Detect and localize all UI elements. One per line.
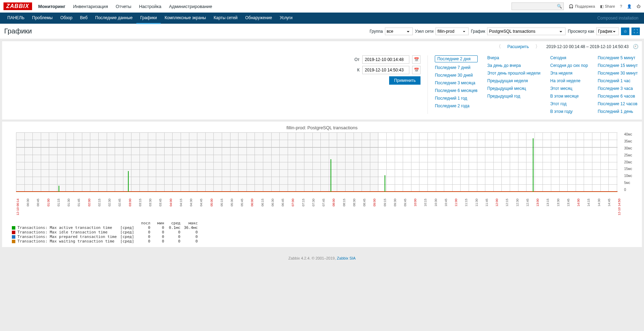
preset-3-6[interactable]: Последние 12 часов	[598, 101, 638, 106]
preset-0-0[interactable]: Последние 2 дня	[435, 55, 477, 62]
next-range-button[interactable]: 〉	[533, 44, 542, 50]
graph-label: График	[471, 29, 485, 34]
topmenu-1[interactable]: Инвентаризация	[73, 4, 108, 9]
from-input[interactable]	[362, 55, 409, 64]
topmenu-4[interactable]: Администрирование	[169, 4, 212, 9]
preset-0-1[interactable]: Последние 7 дней	[435, 65, 477, 70]
from-label: От	[354, 57, 359, 62]
preset-3-7[interactable]: Последний 1 день	[598, 109, 638, 114]
nav-4[interactable]: Последние данные	[91, 12, 136, 23]
logout-link[interactable]: ⏻	[637, 4, 641, 8]
expand-icon: ⛶	[634, 29, 638, 34]
chart-plot[interactable]: 40мс35мс30мс25мс20мс15мс10мс5мс0	[16, 132, 618, 199]
chart-baseline-orange	[16, 192, 618, 192]
spike	[128, 171, 129, 192]
chart-yaxis: 40мс35мс30мс25мс20мс15мс10мс5мс0	[624, 132, 632, 192]
preset-2-6[interactable]: Этот год	[550, 101, 588, 106]
favorite-button[interactable]: ☆	[621, 28, 629, 35]
top-right: 🔍 🎧Поддержка ◧Share ? 👤 ⏻	[512, 2, 641, 10]
host-select[interactable]: fillin-prod	[435, 28, 469, 35]
clock-icon[interactable]: 🕘	[633, 44, 638, 49]
top-menu: МониторингИнвентаризацияОтчетыНастройкаА…	[38, 4, 506, 9]
title-bar: Графики Группа все Узел сети fillin-prod…	[0, 24, 644, 39]
top-bar: ZABBIX МониторингИнвентаризацияОтчетыНас…	[0, 0, 644, 13]
preset-0-2[interactable]: Последние 30 дней	[435, 73, 477, 78]
group-label: Группа	[370, 29, 383, 34]
footer: Zabbix 4.2.4. © 2001–2019, Zabbix SIA	[0, 249, 644, 267]
period-presets: Последние 2 дняПоследние 7 днейПоследние…	[427, 55, 638, 114]
preset-3-5[interactable]: Последние 6 часов	[598, 94, 638, 99]
preset-2-4[interactable]: Этот месяц	[550, 86, 588, 91]
nav-7[interactable]: Карты сетей	[210, 12, 242, 23]
nav-bar: ПАНЕЛЬПроблемыОбзорВебПоследние данныеГр…	[0, 13, 644, 24]
footer-link[interactable]: Zabbix SIA	[337, 256, 356, 260]
graph-select[interactable]: PostgreSQL transactions	[487, 28, 566, 35]
spike	[59, 186, 59, 192]
nav-right-label: Composed installation	[597, 16, 641, 21]
nav-9[interactable]: Услуги	[276, 12, 296, 23]
preset-0-4[interactable]: Последние 6 месяцев	[435, 88, 477, 93]
share-link[interactable]: ◧Share	[600, 4, 615, 9]
preset-3-3[interactable]: Последний 1 час	[598, 78, 638, 83]
preset-1-1[interactable]: За день до вчера	[487, 63, 540, 68]
preset-3-1[interactable]: Последние 15 минут	[598, 63, 638, 68]
preset-1-0[interactable]: Вчера	[487, 55, 540, 60]
nav-0[interactable]: ПАНЕЛЬ	[3, 12, 28, 23]
to-input[interactable]	[362, 66, 409, 74]
nav-3[interactable]: Веб	[76, 12, 91, 23]
topmenu-3[interactable]: Настройка	[139, 4, 161, 9]
expand-link[interactable]: Расширить	[507, 44, 529, 49]
help-icon: ?	[620, 4, 622, 8]
topmenu-2[interactable]: Отчеты	[116, 4, 131, 9]
star-icon: ☆	[623, 29, 627, 34]
preset-2-0[interactable]: Сегодня	[550, 55, 588, 60]
nav-menu: ПАНЕЛЬПроблемыОбзорВебПоследние данныеГр…	[3, 12, 296, 24]
host-label: Узел сети	[415, 29, 433, 34]
nav-5[interactable]: Графики	[136, 13, 161, 24]
nav-8[interactable]: Обнаружение	[241, 12, 276, 23]
preset-1-2[interactable]: Этот день прошлой недели	[487, 71, 540, 76]
preset-1-5[interactable]: Предыдущий год	[487, 94, 540, 99]
nav-1[interactable]: Проблемы	[28, 12, 56, 23]
preset-0-6[interactable]: Последние 2 года	[435, 103, 477, 108]
nav-2[interactable]: Обзор	[56, 12, 76, 23]
fullscreen-button[interactable]: ⛶	[631, 28, 640, 35]
preset-3-2[interactable]: Последние 30 минут	[598, 71, 638, 76]
chart-xaxis: 12-10 00:1400:3000:4501:0001:1501:3001:4…	[16, 199, 618, 217]
to-label: К	[357, 68, 359, 72]
headset-icon: 🎧	[569, 4, 574, 9]
preset-1-3[interactable]: Предыдущая неделя	[487, 78, 540, 83]
spike	[385, 175, 385, 192]
preset-3-0[interactable]: Последние 5 минут	[598, 55, 638, 60]
preset-2-3[interactable]: На этой неделе	[550, 78, 588, 83]
preset-2-7[interactable]: В этом году	[550, 109, 588, 114]
period-panel: От 📅 К 📅 Применить Последние 2 дняПослед…	[2, 52, 642, 120]
time-range-text: 2019-12-10 00:14:48 – 2019-12-10 14:50:4…	[546, 44, 629, 49]
apply-button[interactable]: Применить	[389, 76, 421, 85]
topmenu-0[interactable]: Мониторинг	[38, 4, 66, 9]
preset-0-5[interactable]: Последний 1 год	[435, 96, 477, 101]
preset-2-1[interactable]: Сегодня до сих пор	[550, 63, 588, 68]
to-calendar-button[interactable]: 📅	[412, 66, 421, 74]
help-link[interactable]: ?	[620, 4, 622, 8]
period-form: От 📅 К 📅 Применить	[354, 55, 421, 114]
view-select[interactable]: График	[596, 28, 619, 35]
search-icon: 🔍	[557, 4, 562, 9]
power-icon: ⏻	[637, 4, 641, 8]
spike	[331, 159, 331, 192]
from-calendar-button[interactable]: 📅	[412, 55, 421, 64]
support-link[interactable]: 🎧Поддержка	[569, 4, 595, 9]
nav-6[interactable]: Комплексные экраны	[161, 12, 210, 23]
chart-legend: послминсредмаксTransactions: Max active …	[12, 221, 638, 244]
preset-2-5[interactable]: В этом месяце	[550, 94, 588, 99]
share-icon: ◧	[600, 4, 604, 9]
search-input[interactable]: 🔍	[512, 2, 564, 10]
prev-range-button[interactable]: 〈	[494, 44, 503, 50]
preset-1-4[interactable]: Предыдущий месяц	[487, 86, 540, 91]
preset-2-2[interactable]: Эта неделя	[550, 71, 588, 76]
group-select[interactable]: все	[385, 28, 413, 35]
user-link[interactable]: 👤	[627, 4, 632, 9]
preset-3-4[interactable]: Последние 3 часа	[598, 86, 638, 91]
preset-0-3[interactable]: Последние 3 месяца	[435, 80, 477, 85]
chart-baseline-red	[16, 191, 618, 192]
